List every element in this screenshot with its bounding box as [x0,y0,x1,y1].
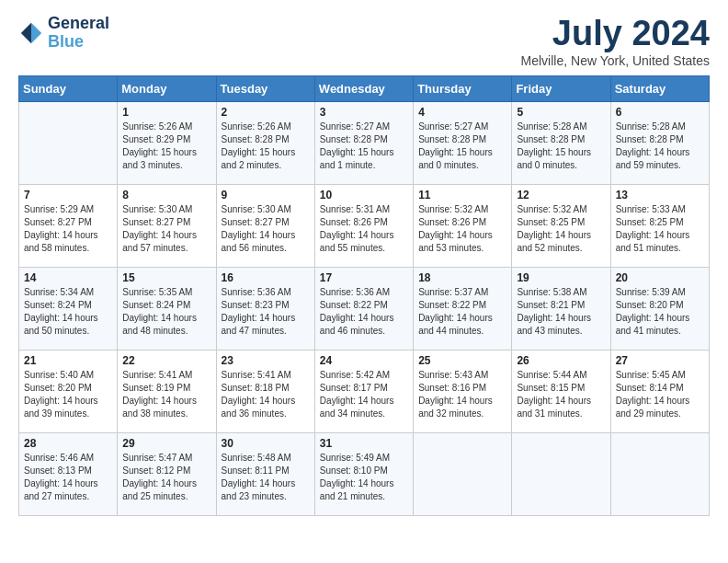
calendar-cell: 30Sunrise: 5:48 AMSunset: 8:11 PMDayligh… [216,432,314,515]
day-info: Sunrise: 5:41 AMSunset: 8:19 PMDaylight:… [122,369,210,420]
day-number: 24 [320,354,408,367]
calendar-week-row: 7Sunrise: 5:29 AMSunset: 8:27 PMDaylight… [19,184,710,267]
day-info: Sunrise: 5:32 AMSunset: 8:26 PMDaylight:… [418,203,506,255]
calendar-cell: 17Sunrise: 5:36 AMSunset: 8:22 PMDayligh… [314,267,413,350]
calendar-cell: 10Sunrise: 5:31 AMSunset: 8:26 PMDayligh… [314,184,413,267]
day-info: Sunrise: 5:37 AMSunset: 8:22 PMDaylight:… [418,286,506,338]
day-number: 31 [320,437,408,450]
month-title: July 2024 [521,15,710,53]
day-info: Sunrise: 5:38 AMSunset: 8:21 PMDaylight:… [517,286,605,338]
day-info: Sunrise: 5:42 AMSunset: 8:17 PMDaylight:… [320,369,408,420]
day-number: 23 [222,354,310,367]
day-info: Sunrise: 5:44 AMSunset: 8:15 PMDaylight:… [517,369,605,420]
day-number: 2 [222,106,310,119]
day-info: Sunrise: 5:35 AMSunset: 8:24 PMDaylight:… [122,286,210,338]
calendar-cell: 7Sunrise: 5:29 AMSunset: 8:27 PMDaylight… [19,184,118,267]
day-number: 10 [320,189,408,201]
calendar-cell: 18Sunrise: 5:37 AMSunset: 8:22 PMDayligh… [414,267,512,350]
day-number: 11 [418,189,506,201]
day-info: Sunrise: 5:47 AMSunset: 8:12 PMDaylight:… [122,452,210,503]
day-info: Sunrise: 5:29 AMSunset: 8:27 PMDaylight:… [24,203,112,255]
header-monday: Monday [118,75,216,101]
calendar-cell: 12Sunrise: 5:32 AMSunset: 8:25 PMDayligh… [512,184,610,267]
day-number: 29 [122,437,210,450]
calendar-cell: 24Sunrise: 5:42 AMSunset: 8:17 PMDayligh… [314,350,413,432]
calendar-cell: 11Sunrise: 5:32 AMSunset: 8:26 PMDayligh… [414,184,512,267]
day-number: 22 [122,354,210,367]
calendar-cell: 22Sunrise: 5:41 AMSunset: 8:19 PMDayligh… [118,350,216,432]
day-info: Sunrise: 5:49 AMSunset: 8:10 PMDaylight:… [320,452,408,503]
day-info: Sunrise: 5:36 AMSunset: 8:23 PMDaylight:… [222,286,310,338]
day-info: Sunrise: 5:39 AMSunset: 8:20 PMDaylight:… [616,286,704,338]
day-number: 3 [320,106,408,119]
calendar-week-row: 28Sunrise: 5:46 AMSunset: 8:13 PMDayligh… [19,432,710,515]
day-number: 6 [616,106,704,119]
header-thursday: Thursday [414,75,512,101]
day-number: 13 [616,189,704,201]
calendar-cell: 9Sunrise: 5:30 AMSunset: 8:27 PMDaylight… [216,184,314,267]
calendar-cell: 16Sunrise: 5:36 AMSunset: 8:23 PMDayligh… [216,267,314,350]
day-number: 17 [320,271,408,284]
day-number: 30 [222,437,310,450]
day-info: Sunrise: 5:33 AMSunset: 8:25 PMDaylight:… [616,203,704,255]
calendar-cell: 13Sunrise: 5:33 AMSunset: 8:25 PMDayligh… [610,184,709,267]
calendar-cell: 4Sunrise: 5:27 AMSunset: 8:28 PMDaylight… [414,101,512,184]
day-number: 9 [222,189,310,201]
day-info: Sunrise: 5:28 AMSunset: 8:28 PMDaylight:… [616,121,704,172]
day-number: 28 [24,437,112,450]
day-number: 1 [122,106,210,119]
calendar-week-row: 1Sunrise: 5:26 AMSunset: 8:29 PMDaylight… [19,101,710,184]
title-block: July 2024 Melville, New York, United Sta… [521,15,710,68]
calendar-cell: 15Sunrise: 5:35 AMSunset: 8:24 PMDayligh… [118,267,216,350]
logo-icon [18,20,44,46]
day-info: Sunrise: 5:30 AMSunset: 8:27 PMDaylight:… [222,203,310,255]
day-number: 21 [24,354,112,367]
calendar-cell: 26Sunrise: 5:44 AMSunset: 8:15 PMDayligh… [512,350,610,432]
calendar-cell: 20Sunrise: 5:39 AMSunset: 8:20 PMDayligh… [610,267,709,350]
day-info: Sunrise: 5:26 AMSunset: 8:29 PMDaylight:… [122,121,210,172]
calendar-cell: 3Sunrise: 5:27 AMSunset: 8:28 PMDaylight… [314,101,413,184]
calendar-cell: 6Sunrise: 5:28 AMSunset: 8:28 PMDaylight… [610,101,709,184]
day-info: Sunrise: 5:28 AMSunset: 8:28 PMDaylight:… [517,121,605,172]
day-info: Sunrise: 5:48 AMSunset: 8:11 PMDaylight:… [222,452,310,503]
calendar-cell: 25Sunrise: 5:43 AMSunset: 8:16 PMDayligh… [414,350,512,432]
day-info: Sunrise: 5:32 AMSunset: 8:25 PMDaylight:… [517,203,605,255]
day-number: 5 [517,106,605,119]
day-info: Sunrise: 5:46 AMSunset: 8:13 PMDaylight:… [24,452,112,503]
day-number: 25 [418,354,506,367]
day-info: Sunrise: 5:27 AMSunset: 8:28 PMDaylight:… [418,121,506,172]
day-number: 8 [122,189,210,201]
day-info: Sunrise: 5:41 AMSunset: 8:18 PMDaylight:… [222,369,310,420]
calendar-week-row: 21Sunrise: 5:40 AMSunset: 8:20 PMDayligh… [19,350,710,432]
header-saturday: Saturday [610,75,709,101]
day-number: 4 [418,106,506,119]
calendar-cell: 28Sunrise: 5:46 AMSunset: 8:13 PMDayligh… [19,432,118,515]
calendar-week-row: 14Sunrise: 5:34 AMSunset: 8:24 PMDayligh… [19,267,710,350]
day-info: Sunrise: 5:31 AMSunset: 8:26 PMDaylight:… [320,203,408,255]
header-friday: Friday [512,75,610,101]
calendar-cell: 29Sunrise: 5:47 AMSunset: 8:12 PMDayligh… [118,432,216,515]
calendar-cell [414,432,512,515]
day-number: 15 [122,271,210,284]
header-sunday: Sunday [19,75,118,101]
day-info: Sunrise: 5:30 AMSunset: 8:27 PMDaylight:… [122,203,210,255]
header-tuesday: Tuesday [216,75,314,101]
day-info: Sunrise: 5:34 AMSunset: 8:24 PMDaylight:… [24,286,112,338]
location: Melville, New York, United States [521,53,710,68]
calendar-cell: 2Sunrise: 5:26 AMSunset: 8:28 PMDaylight… [216,101,314,184]
logo: General Blue [18,15,109,52]
calendar-cell [512,432,610,515]
day-number: 12 [517,189,605,201]
calendar-cell: 27Sunrise: 5:45 AMSunset: 8:14 PMDayligh… [610,350,709,432]
day-number: 19 [517,271,605,284]
day-info: Sunrise: 5:26 AMSunset: 8:28 PMDaylight:… [222,121,310,172]
day-info: Sunrise: 5:43 AMSunset: 8:16 PMDaylight:… [418,369,506,420]
calendar-cell [610,432,709,515]
calendar-cell: 8Sunrise: 5:30 AMSunset: 8:27 PMDaylight… [118,184,216,267]
svg-marker-0 [31,23,41,43]
day-info: Sunrise: 5:40 AMSunset: 8:20 PMDaylight:… [24,369,112,420]
day-number: 26 [517,354,605,367]
day-info: Sunrise: 5:45 AMSunset: 8:14 PMDaylight:… [616,369,704,420]
calendar-cell: 23Sunrise: 5:41 AMSunset: 8:18 PMDayligh… [216,350,314,432]
day-info: Sunrise: 5:27 AMSunset: 8:28 PMDaylight:… [320,121,408,172]
